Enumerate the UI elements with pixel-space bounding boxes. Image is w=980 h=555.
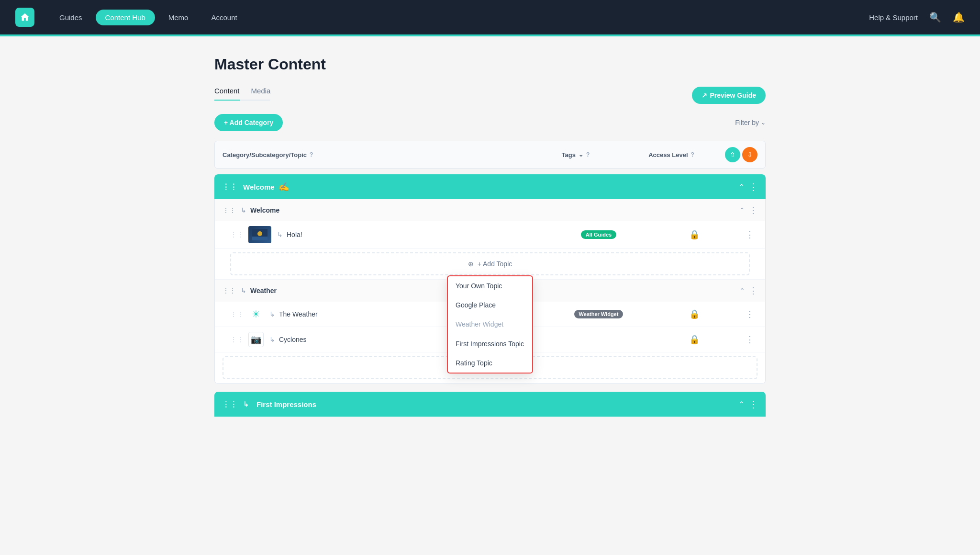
sort-buttons: ⇧ ⇩ <box>725 147 757 162</box>
topic-menu-button-hola[interactable]: ⋮ <box>742 229 757 240</box>
table-header: Category/Subcategory/Topic ? Tags ⌄ ? Ac… <box>214 141 766 169</box>
content-tabs: Content Media <box>214 87 270 101</box>
category-collapse-button[interactable]: ⌃ <box>738 182 745 192</box>
svg-rect-1 <box>252 237 267 240</box>
nav-right: Help & Support 🔍 🔔 <box>869 11 965 23</box>
category-body-welcome: ⋮⋮ ↳ Welcome ⌃ ⋮ ⋮⋮ <box>214 199 766 384</box>
col-category-header: Category/Subcategory/Topic ? <box>223 151 528 159</box>
topic-tags-hola: All Guides <box>551 230 646 239</box>
lock-icon-hola: 🔒 <box>689 229 700 240</box>
bell-icon[interactable]: 🔔 <box>953 11 965 23</box>
add-topic-button[interactable]: ⊕ + Add Topic <box>230 252 750 275</box>
nav-item-memo[interactable]: Memo <box>159 10 198 25</box>
category-collapse-button-fi[interactable]: ⌃ <box>738 400 745 409</box>
topic-menu-button-weather[interactable]: ⋮ <box>742 309 757 319</box>
photo-icon-cyclones: 📷 <box>248 332 264 347</box>
category-name-fi: ↳ First Impressions <box>243 400 738 408</box>
logo[interactable] <box>15 8 34 27</box>
tab-content[interactable]: Content <box>214 87 240 101</box>
category-menu-button-fi[interactable]: ⋮ <box>748 398 758 410</box>
category-header-welcome[interactable]: ⋮⋮ Welcome ✍ ⌃ ⋮ <box>214 174 766 199</box>
subcategory-collapse-button-weather[interactable]: ⌃ <box>739 287 745 294</box>
topic-access-cyclones: 🔒 <box>646 334 742 345</box>
filter-by[interactable]: Filter by ⌄ <box>735 119 766 126</box>
dropdown-item-first-impressions[interactable]: First Impressions Topic <box>448 334 532 353</box>
category-block-welcome: ⋮⋮ Welcome ✍ ⌃ ⋮ ⋮⋮ ↳ Welcome ⌃ ⋮ <box>214 174 766 384</box>
svg-point-2 <box>257 231 262 236</box>
dropdown-item-google-place[interactable]: Google Place <box>448 295 532 315</box>
topic-name-hola: Hola! <box>287 231 551 238</box>
category-menu-button[interactable]: ⋮ <box>748 181 758 193</box>
dropdown-item-rating-topic[interactable]: Rating Topic <box>448 353 532 373</box>
help-support-link[interactable]: Help & Support <box>869 13 918 22</box>
sub-drag-icon: ⋮⋮ <box>223 206 236 214</box>
external-link-icon: ↗ <box>702 91 707 99</box>
topic-access-weather: 🔒 <box>646 309 742 319</box>
sub-arrow-icon: ↳ <box>241 206 246 214</box>
category-header-first-impressions[interactable]: ⋮⋮ ↳ First Impressions ⌃ ⋮ <box>214 392 766 417</box>
add-category-button[interactable]: + Add Category <box>214 114 283 131</box>
sort-up-button[interactable]: ⇧ <box>725 147 740 162</box>
topic-tags-weather: Weather Widget <box>551 310 646 318</box>
subcategory-actions-weather: ⌃ ⋮ <box>739 285 757 296</box>
sort-down-button[interactable]: ⇩ <box>742 147 757 162</box>
toolbar: + Add Category Filter by ⌄ <box>214 114 766 131</box>
subcategory-row-welcome: ⋮⋮ ↳ Welcome ⌃ ⋮ ⋮⋮ <box>215 199 765 280</box>
tab-media[interactable]: Media <box>251 87 271 101</box>
add-topic-container: ⊕ + Add Topic Your Own Topic Google Plac… <box>223 252 757 275</box>
tags-chevron-icon[interactable]: ⌄ <box>579 151 583 158</box>
preview-guide-button[interactable]: ↗ Preview Guide <box>692 87 766 104</box>
subcategory-menu-button-weather[interactable]: ⋮ <box>749 285 757 296</box>
dropdown-item-weather-widget: Weather Widget <box>448 315 532 334</box>
dropdown-item-your-own-topic[interactable]: Your Own Topic <box>448 276 532 295</box>
subcategory-header-welcome: ⋮⋮ ↳ Welcome ⌃ ⋮ <box>215 199 765 221</box>
search-icon[interactable]: 🔍 <box>929 11 941 23</box>
subcategory-name-welcome: Welcome <box>250 206 739 214</box>
nav-item-guides[interactable]: Guides <box>50 10 92 25</box>
col-tags-header: Tags ⌄ ? <box>528 151 624 159</box>
lock-icon-weather: 🔒 <box>689 309 700 319</box>
col-actions-header: ⇧ ⇩ <box>719 147 757 162</box>
category-actions-fi: ⌃ ⋮ <box>738 398 758 410</box>
topic-menu-button-cyclones[interactable]: ⋮ <box>742 334 757 345</box>
topic-arrow-icon-weather: ↳ <box>269 310 275 318</box>
topic-access-hola: 🔒 <box>646 229 742 240</box>
add-topic-dropdown: Your Own Topic Google Place Weather Widg… <box>447 275 533 374</box>
tags-help-icon[interactable]: ? <box>586 151 590 158</box>
tag-badge-weather-widget: Weather Widget <box>574 310 624 318</box>
topic-drag-icon-weather: ⋮⋮ <box>230 310 244 318</box>
nav-item-account[interactable]: Account <box>201 10 246 25</box>
page-title: Master Content <box>214 56 766 73</box>
topic-thumbnail-hola <box>248 226 271 243</box>
topic-drag-icon: ⋮⋮ <box>230 231 244 238</box>
plus-circle-icon: ⊕ <box>468 260 474 268</box>
topic-drag-icon-cyclones: ⋮⋮ <box>230 336 244 343</box>
sub-arrow-fi: ↳ <box>243 400 249 408</box>
category-block-first-impressions: ⋮⋮ ↳ First Impressions ⌃ ⋮ <box>214 392 766 417</box>
main-content: Master Content Content Media ↗ Preview G… <box>203 36 777 443</box>
subcategory-menu-button[interactable]: ⋮ <box>749 205 757 215</box>
category-name-welcome: Welcome ✍ <box>243 181 738 192</box>
topic-row-hola: ⋮⋮ ↳ Hola! All Guides 🔒 <box>215 221 765 249</box>
topic-arrow-icon: ↳ <box>277 231 283 238</box>
drag-handle-icon-fi: ⋮⋮ <box>222 400 237 409</box>
weather-icon: ☀ <box>248 306 264 322</box>
lock-icon-cyclones: 🔒 <box>689 334 700 345</box>
sub-arrow-icon-weather: ↳ <box>241 287 246 294</box>
sub-drag-icon-weather: ⋮⋮ <box>223 287 236 294</box>
tag-badge-all-guides: All Guides <box>581 230 616 239</box>
drag-handle-icon: ⋮⋮ <box>222 182 237 192</box>
category-help-icon[interactable]: ? <box>310 151 313 158</box>
filter-chevron-icon: ⌄ <box>761 119 766 126</box>
subcategory-collapse-button[interactable]: ⌃ <box>739 206 745 214</box>
nav-items: Guides Content Hub Memo Account <box>50 10 869 25</box>
col-access-header: Access Level ? <box>624 151 719 159</box>
navigation: Guides Content Hub Memo Account Help & S… <box>0 0 980 36</box>
category-actions-welcome: ⌃ ⋮ <box>738 181 758 193</box>
nav-item-content-hub[interactable]: Content Hub <box>96 10 155 25</box>
topic-arrow-icon-cyclones: ↳ <box>269 336 275 343</box>
access-help-icon[interactable]: ? <box>691 151 694 158</box>
drag-cursor-icon: ✍ <box>278 181 289 192</box>
subcategory-actions-welcome: ⌃ ⋮ <box>739 205 757 215</box>
